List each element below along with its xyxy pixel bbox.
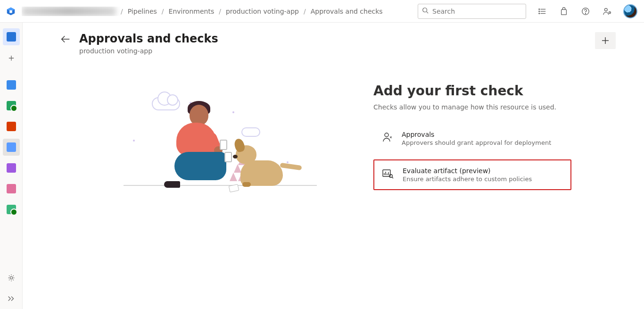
svg-point-14	[10, 276, 12, 279]
svg-point-24	[389, 175, 392, 177]
check-option-approvals[interactable]: Approvals Approvers should grant approva…	[373, 123, 571, 154]
svg-rect-0	[9, 10, 12, 13]
rail-settings-icon[interactable]	[3, 269, 20, 286]
content-area: Approvals and checks production voting-a…	[23, 23, 644, 309]
breadcrumb-environments[interactable]: Environments	[169, 8, 215, 15]
svg-rect-9	[561, 9, 567, 15]
svg-point-12	[604, 8, 607, 11]
rail-boards-icon[interactable]	[3, 76, 20, 93]
empty-state-heading: Add your first check	[373, 83, 571, 99]
rail-artifacts-icon[interactable]	[3, 180, 20, 197]
artifact-policy-icon	[382, 168, 394, 179]
check-option-evaluate-artifact[interactable]: Evaluate artifact (preview) Ensure artif…	[373, 159, 571, 190]
user-settings-icon[interactable]	[602, 6, 613, 17]
breadcrumb: / Pipelines / Environments / production …	[22, 7, 383, 16]
list-icon[interactable]	[537, 6, 548, 17]
check-option-desc: Ensure artifacts adhere to custom polici…	[403, 175, 532, 183]
product-logo[interactable]	[4, 4, 18, 18]
search-icon	[422, 7, 429, 15]
check-option-title: Approvals	[402, 131, 551, 138]
check-option-desc: Approvers should grant approval for depl…	[402, 139, 551, 146]
user-avatar[interactable]	[623, 4, 637, 18]
back-button[interactable]	[60, 35, 71, 45]
topbar: / Pipelines / Environments / production …	[0, 0, 644, 23]
svg-point-8	[539, 13, 540, 14]
search-input[interactable]	[431, 7, 522, 16]
svg-line-25	[392, 177, 394, 179]
nav-rail: ＋	[0, 23, 23, 309]
add-check-button[interactable]	[595, 32, 616, 49]
rail-testplans-icon[interactable]	[3, 159, 20, 176]
breadcrumb-org-project-obscured	[22, 7, 116, 16]
rail-pipelines-icon[interactable]	[3, 118, 20, 135]
breadcrumb-environment-name[interactable]: production voting-app	[226, 8, 299, 15]
empty-state-description: Checks allow you to manage how this reso…	[373, 103, 571, 111]
rail-project-icon[interactable]	[3, 28, 20, 45]
page-subtitle: production voting-app	[79, 47, 218, 55]
svg-point-1	[423, 8, 427, 12]
rail-add-button[interactable]: ＋	[3, 49, 20, 66]
check-option-title: Evaluate artifact (preview)	[403, 167, 532, 175]
svg-point-11	[585, 13, 586, 13]
rail-repos-icon[interactable]	[3, 97, 20, 114]
breadcrumb-current: Approvals and checks	[311, 8, 383, 15]
search-box[interactable]	[418, 4, 526, 19]
shopping-bag-icon[interactable]	[558, 6, 570, 17]
topbar-actions	[537, 4, 637, 18]
rail-environments-icon[interactable]	[3, 139, 20, 156]
rail-expand-icon[interactable]	[3, 290, 20, 307]
page-title: Approvals and checks	[79, 32, 218, 45]
empty-state-illustration	[105, 83, 331, 196]
svg-point-13	[609, 11, 611, 13]
svg-point-7	[539, 11, 540, 12]
svg-point-18	[385, 133, 388, 137]
rail-compliance-icon[interactable]	[3, 201, 20, 218]
svg-point-6	[539, 8, 540, 9]
breadcrumb-pipelines[interactable]: Pipelines	[128, 8, 157, 15]
svg-line-2	[427, 12, 429, 14]
empty-state-info: Add your first check Checks allow you to…	[373, 83, 571, 190]
person-icon	[382, 132, 393, 143]
help-icon[interactable]	[580, 6, 591, 17]
